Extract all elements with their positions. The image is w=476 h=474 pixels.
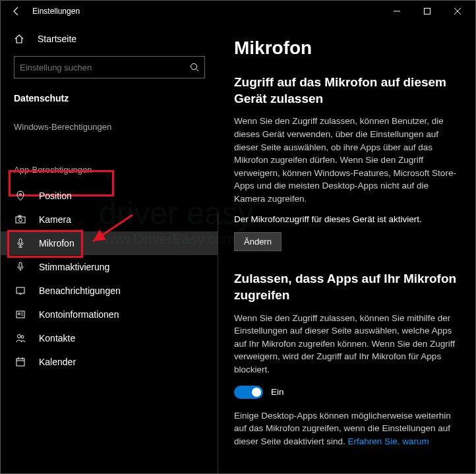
section-privacy: Datenschutz: [1, 88, 218, 113]
section2-title: Zulassen, dass Apps auf Ihr Mikrofon zug…: [234, 271, 460, 303]
section3-body: Einige Desktop-Apps können möglicherweis…: [234, 409, 460, 448]
svg-rect-10: [19, 262, 22, 268]
home-label: Startseite: [38, 34, 76, 44]
voice-icon: [14, 262, 27, 272]
maximize-button[interactable]: [412, 1, 442, 22]
section2-body: Wenn Sie den Zugriff zulassen, können Si…: [234, 312, 460, 376]
svg-rect-11: [16, 287, 24, 293]
search-box[interactable]: [14, 56, 205, 78]
divider: [218, 213, 218, 473]
apps-access-toggle[interactable]: [234, 386, 263, 399]
calendar-icon: [14, 357, 27, 367]
home-nav[interactable]: Startseite: [1, 28, 218, 49]
home-icon: [14, 34, 27, 44]
page-title: Mikrofon: [234, 38, 460, 59]
location-icon: [14, 191, 27, 201]
close-button[interactable]: [442, 1, 473, 22]
section1-body: Wenn Sie den Zugriff zulassen, können Be…: [234, 115, 460, 205]
svg-rect-12: [16, 311, 24, 318]
back-button[interactable]: [3, 6, 30, 16]
search-icon: [190, 63, 199, 72]
sidebar-item-account[interactable]: Kontoinformationen: [1, 303, 218, 326]
svg-rect-7: [18, 216, 21, 217]
sidebar-item-label: Benachrichtigungen: [39, 285, 121, 296]
learn-why-link[interactable]: Erfahren Sie, warum: [348, 436, 429, 446]
notification-icon: [14, 285, 27, 296]
titlebar: Einstellungen: [1, 1, 475, 22]
svg-point-17: [21, 336, 24, 338]
minimize-button[interactable]: [382, 1, 412, 22]
sidebar-item-label: Stimmaktivierung: [39, 262, 109, 272]
change-button[interactable]: Ändern: [234, 232, 282, 251]
group-app-perms: App-Berechtigungen: [1, 156, 218, 184]
sidebar: Startseite Datenschutz Windows-Berechtig…: [1, 22, 218, 473]
account-icon: [14, 309, 27, 320]
window-title: Einstellungen: [30, 7, 382, 16]
sidebar-item-label: Kontoinformationen: [39, 309, 119, 320]
section1-title: Zugriff auf das Mikrofon auf diesem Gerä…: [234, 74, 460, 107]
sidebar-item-voice[interactable]: Stimmaktivierung: [1, 255, 218, 279]
svg-line-3: [196, 69, 199, 72]
svg-rect-1: [425, 9, 431, 15]
sidebar-item-label: Kontakte: [39, 333, 75, 343]
sidebar-item-contacts[interactable]: Kontakte: [1, 326, 218, 350]
sidebar-item-microphone[interactable]: Mikrofon: [1, 231, 218, 255]
svg-point-6: [19, 218, 22, 222]
svg-rect-8: [19, 239, 22, 244]
camera-icon: [14, 214, 27, 225]
svg-point-16: [18, 335, 21, 338]
toggle-label: Ein: [271, 387, 284, 397]
svg-rect-18: [16, 359, 24, 366]
sidebar-item-label: Kalender: [39, 357, 76, 367]
section1-status: Der Mikrofonzugriff für dieses Gerät ist…: [234, 214, 460, 224]
sidebar-item-calendar[interactable]: Kalender: [1, 350, 218, 374]
contacts-icon: [14, 333, 27, 343]
svg-point-13: [18, 313, 20, 315]
microphone-icon: [14, 238, 27, 249]
main-content: Mikrofon Zugriff auf das Mikrofon auf di…: [218, 22, 475, 473]
sidebar-item-label: Mikrofon: [39, 238, 74, 249]
sidebar-item-label: Kamera: [39, 214, 71, 225]
sidebar-item-position[interactable]: Position: [1, 184, 218, 208]
svg-point-2: [191, 64, 197, 70]
svg-rect-5: [16, 217, 25, 223]
search-input[interactable]: [20, 63, 190, 73]
group-windows-perms: Windows-Berechtigungen: [1, 113, 218, 141]
sidebar-item-label: Position: [39, 191, 72, 201]
svg-point-4: [20, 194, 22, 196]
sidebar-item-camera[interactable]: Kamera: [1, 208, 218, 231]
sidebar-item-notifications[interactable]: Benachrichtigungen: [1, 279, 218, 303]
